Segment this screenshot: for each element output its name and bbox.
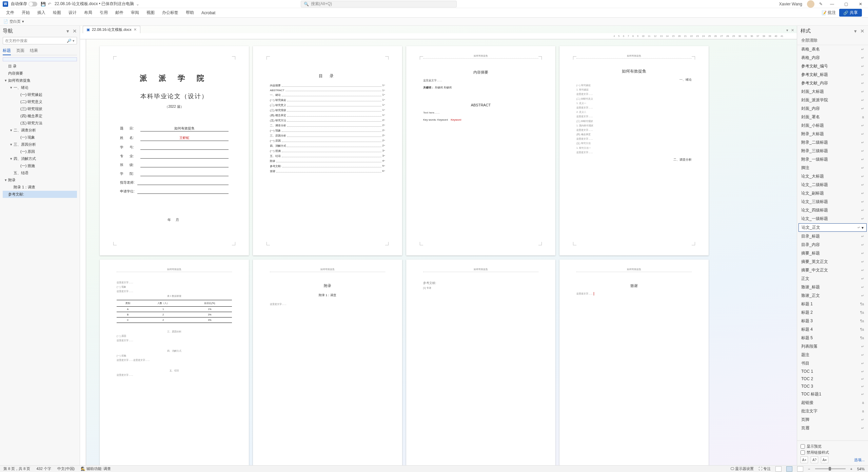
toc-entry[interactable]: 附录4⁃ (270, 159, 385, 163)
nav-tab-results[interactable]: 结果 (30, 48, 38, 54)
nav-item[interactable]: (二) 研究意义 (3, 98, 77, 105)
style-item[interactable]: 页眉↵ (797, 424, 868, 432)
ribbon-tab-layout[interactable]: 布局 (84, 10, 92, 16)
toc-entry[interactable]: 参考文献:5⁃ (270, 164, 385, 168)
zoom-out[interactable]: − (808, 467, 810, 471)
toc-entry[interactable]: (一) 措施3⁃ (270, 149, 385, 153)
nav-item[interactable]: ▾附录 (3, 177, 77, 184)
share-button[interactable]: 🔗 共享 (839, 9, 862, 17)
caret-icon[interactable]: ▾ (4, 78, 7, 83)
nav-dropdown-icon[interactable]: ▾ (66, 28, 69, 34)
page-2-toc[interactable]: 目 录 内容摘要1⁃ABSTRACT1⁃一、绪论1⁃(一) 研究缘起1⁃(二) … (253, 46, 402, 255)
toc-entry[interactable]: 二、调查分析2⁃ (270, 124, 385, 127)
style-item[interactable]: 附录_一级标题↵ (797, 155, 868, 164)
toc-entry[interactable]: (一) 原因2⁃ (270, 139, 385, 143)
style-item[interactable]: 论文_二级标题↵ (797, 181, 868, 189)
style-item[interactable]: TOC 3↵ (797, 383, 868, 390)
toc-entry[interactable]: (一) 现象2⁃ (270, 129, 385, 132)
document-title[interactable]: 22.08.16-论文模板.docx • 已保存到这台电脑 (55, 1, 134, 7)
comments-button[interactable]: 📝 批注 (822, 10, 836, 16)
zoom-level[interactable]: 54% (857, 467, 865, 471)
style-item[interactable]: 附录_三级标题↵ (797, 147, 868, 155)
style-item[interactable]: 标题 4¶a (797, 325, 868, 334)
style-item[interactable]: 摘要_英文正文↵ (797, 258, 868, 266)
ribbon-tab-view[interactable]: 视图 (146, 10, 155, 16)
nav-blank-heading[interactable] (3, 57, 77, 61)
toggle-pill[interactable] (28, 2, 37, 6)
nav-item[interactable]: 目 录 (3, 63, 77, 70)
nav-item[interactable]: ▾二、调查分析 (3, 127, 77, 134)
ribbon-tab-review[interactable]: 审阅 (131, 10, 139, 16)
style-item[interactable]: 封面_署名a (797, 113, 868, 121)
style-item[interactable]: 标题 1¶a (797, 300, 868, 308)
style-item[interactable]: TOC 2↵ (797, 375, 868, 383)
nav-item[interactable]: ▾一、绪论 (3, 84, 77, 91)
user-name[interactable]: Xavier Wang (779, 2, 802, 6)
caret-icon[interactable]: ▾ (9, 157, 13, 161)
toc-entry[interactable]: 三、原因分析2⁃ (270, 134, 385, 138)
nav-item[interactable]: ▾四、消解方式 (3, 155, 77, 162)
view-print-layout[interactable] (786, 466, 792, 472)
ribbon-tab-help[interactable]: 帮助 (186, 10, 194, 16)
nav-item[interactable]: (四) 概念界定 (3, 112, 77, 120)
blank-page-button[interactable]: 📄 空白页 ▾ (3, 19, 24, 24)
style-item[interactable]: 页脚↵ (797, 415, 868, 424)
search-box[interactable]: 🔍 搜索(Alt+Q) (301, 1, 457, 7)
nav-tab-headings[interactable]: 标题 (3, 48, 11, 55)
view-read-mode[interactable] (775, 466, 782, 472)
manage-styles-button[interactable]: A≡ (821, 456, 828, 463)
style-dropdown-icon[interactable]: ▾ (862, 225, 864, 230)
style-item[interactable]: 书目↵ (797, 359, 868, 368)
styles-options-link[interactable]: 选项... (854, 457, 865, 463)
style-item[interactable]: 论文_四级标题↵ (797, 206, 868, 214)
style-item[interactable]: 摘要_中文正文↵ (797, 266, 868, 274)
maximize-button[interactable]: ▢ (842, 2, 851, 6)
save-icon[interactable]: 💾 (41, 2, 46, 6)
ribbon-tab-home[interactable]: 开始 (22, 10, 30, 16)
style-item[interactable]: 列表段落↵ (797, 342, 868, 351)
nav-item[interactable]: ▾三、原因分析 (3, 141, 77, 148)
zoom-in[interactable]: + (850, 467, 852, 471)
toc-entry[interactable]: 内容摘要1⁃ (270, 84, 385, 87)
doc-title-chevron[interactable]: ⌄ (136, 2, 139, 6)
view-web-layout[interactable] (797, 466, 803, 472)
page-1-cover[interactable]: 派 派 学 院 本科毕业论文（设计） （2022 届） 题目:如何有效捉鱼姓名:… (100, 46, 249, 255)
toc-entry[interactable]: 四、消解方式2⁃ (270, 144, 385, 148)
style-item[interactable]: 表格_表名↵ (797, 45, 868, 54)
nav-tab-pages[interactable]: 页面 (16, 48, 24, 54)
caret-icon[interactable]: ▾ (4, 178, 7, 182)
nav-item[interactable]: ▾如何有效捉鱼 (3, 77, 77, 84)
page-6-appendix[interactable]: 如何有效捉鱼 附录 附录 1：调查 这里是文字…… (253, 260, 402, 465)
style-item[interactable]: 批注文字a (797, 407, 868, 415)
style-item[interactable]: 参考文献_内容↵ (797, 79, 868, 87)
style-item[interactable]: TOC 1↵ (797, 368, 868, 375)
nav-item[interactable]: (一) 原因 (3, 148, 77, 155)
ribbon-tab-insert[interactable]: 插入 (37, 10, 45, 16)
tab-strip-close[interactable]: ✕ (791, 28, 794, 33)
horizontal-ruler[interactable]: 4567891011121314152021222324252627282930… (80, 33, 797, 39)
caret-icon[interactable]: ▾ (9, 85, 13, 90)
style-item[interactable]: 标题 3¶a (797, 317, 868, 325)
toc-entry[interactable]: (二) 研究意义1⁃ (270, 103, 385, 107)
style-item[interactable]: 封面_派派学院↵ (797, 96, 868, 104)
style-item[interactable]: 论文_三级标题↵ (797, 198, 868, 206)
styles-list[interactable]: 表格_表名↵表格_内容↵参考文献_编号↵参考文献_标题↵参考文献_内容↵封面_大… (797, 45, 868, 440)
style-item[interactable]: 封面_内容↵ (797, 104, 868, 113)
style-item[interactable]: 目录_标题↵ (797, 232, 868, 241)
style-inspector-button[interactable]: A? (811, 456, 818, 463)
toc-entry[interactable]: (三) 研究现状1⁃ (270, 108, 385, 112)
style-item[interactable]: TOC 标题1↵ (797, 390, 868, 398)
ribbon-tab-officetab[interactable]: 办公标签 (162, 10, 178, 16)
new-style-button[interactable]: A+ (801, 456, 808, 463)
style-item[interactable]: 参考文献_编号↵ (797, 62, 868, 70)
pages-scroll[interactable]: 派 派 学 院 本科毕业论文（设计） （2022 届） 题目:如何有效捉鱼姓名:… (86, 39, 797, 465)
style-item[interactable]: 封面_小标题↵ (797, 121, 868, 130)
vertical-ruler[interactable] (80, 39, 86, 465)
status-lang[interactable]: 中文(中国) (57, 466, 75, 471)
style-item[interactable]: 表格_内容↵ (797, 54, 868, 62)
toc-entry[interactable]: 致谢6⁃ (270, 169, 385, 173)
style-clear-all[interactable]: 全部清除 (797, 36, 868, 45)
status-accessibility[interactable]: 🕵 辅助功能: 调查 (81, 466, 111, 471)
tab-strip-dropdown[interactable]: ▾ (786, 28, 788, 33)
style-item[interactable]: 论文_副标题↵ (797, 189, 868, 198)
